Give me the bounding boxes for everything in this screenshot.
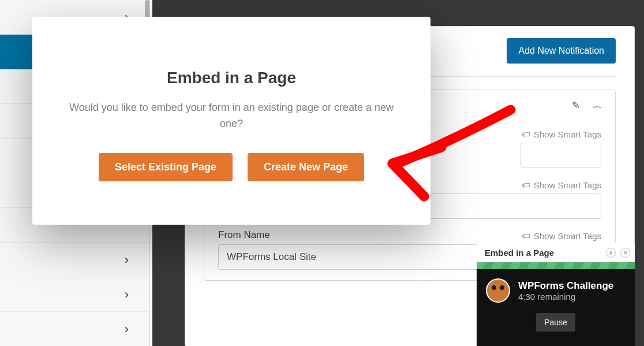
chevron-up-icon[interactable]: ︿ — [593, 99, 602, 112]
tag-icon: 🏷 — [522, 129, 530, 139]
embed-modal: Embed in a Page Would you like to embed … — [32, 17, 430, 225]
challenge-step-bar: Embed in a Page ∧ ✕ — [477, 243, 635, 262]
sidebar-item[interactable]: › — [0, 277, 149, 312]
tag-icon: 🏷 — [522, 231, 530, 241]
chevron-right-icon: › — [125, 322, 129, 337]
sidebar-item[interactable]: › — [0, 312, 149, 346]
show-smart-tags-link[interactable]: 🏷Show Smart Tags — [522, 129, 601, 139]
edit-icon[interactable]: ✎ — [572, 99, 580, 111]
challenge-step-title: Embed in a Page — [485, 248, 554, 258]
chevron-right-icon: › — [125, 252, 129, 267]
create-new-page-button[interactable]: Create New Page — [248, 153, 364, 181]
add-notification-button[interactable]: Add New Notification — [507, 38, 616, 64]
sidebar-item[interactable]: › — [0, 243, 149, 277]
challenge-popup: WPForms Challenge 4:30 remaining Pause — [477, 269, 635, 346]
minimize-icon[interactable]: ∧ — [606, 248, 616, 258]
send-to-input[interactable] — [521, 143, 601, 168]
modal-body: Would you like to embed your form in an … — [53, 100, 410, 132]
select-existing-page-button[interactable]: Select Existing Page — [99, 153, 233, 181]
show-smart-tags-link[interactable]: 🏷Show Smart Tags — [522, 180, 601, 190]
modal-title: Embed in a Page — [53, 69, 410, 87]
tag-icon: 🏷 — [522, 180, 530, 190]
challenge-subtitle: 4:30 remaining — [518, 292, 613, 302]
chevron-right-icon: › — [125, 287, 129, 302]
close-icon[interactable]: ✕ — [620, 248, 630, 258]
show-smart-tags-link[interactable]: 🏷Show Smart Tags — [522, 231, 601, 241]
from-name-label: From Name — [218, 229, 270, 241]
challenge-title: WPForms Challenge — [518, 280, 613, 292]
mascot-avatar-icon — [486, 278, 510, 303]
pause-button[interactable]: Pause — [536, 313, 575, 332]
challenge-progress-bar — [477, 262, 635, 269]
